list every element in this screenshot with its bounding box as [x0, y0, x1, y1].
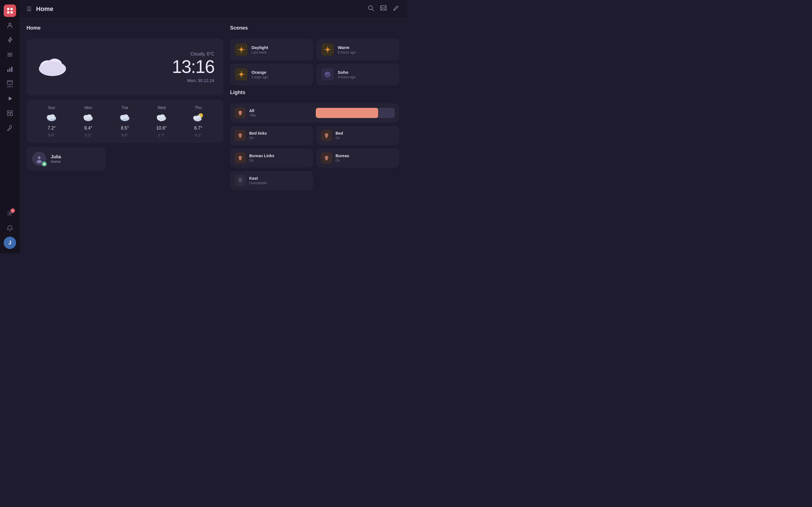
scene-warm-name: Warm	[338, 45, 356, 50]
sidebar-item-dashboard2[interactable]	[4, 107, 16, 119]
scene-card-daylight[interactable]: Daylight Last week	[230, 39, 313, 60]
light-bureau-name: Bureau	[336, 154, 395, 158]
person-info: Julia Home	[51, 154, 61, 164]
scene-soho-info: Soho 9 hours ago	[338, 70, 356, 79]
scene-soho-name: Soho	[338, 70, 356, 75]
sidebar-item-settings[interactable]: 1	[4, 207, 16, 220]
svg-point-40	[123, 114, 128, 119]
scenes-section-title: Scenes	[230, 25, 399, 31]
sidebar-item-todo[interactable]	[4, 48, 16, 61]
svg-line-19	[372, 9, 374, 11]
forecast-card: Sun 7.2° 5.6° Mon 9.4° 5.2° Tue	[27, 100, 223, 143]
sidebar-item-hacs[interactable]: HACS	[4, 78, 16, 90]
svg-rect-16	[10, 113, 12, 116]
light-bed-icon	[321, 130, 332, 141]
light-bureau-links-icon	[235, 152, 246, 164]
svg-point-29	[50, 114, 55, 119]
svg-point-50	[162, 119, 163, 120]
light-bureau-info: Bureau On	[336, 154, 395, 163]
person-name: Julia	[51, 154, 61, 159]
sidebar-item-home-dashboard[interactable]	[4, 4, 16, 17]
light-card-kast[interactable]: ? Kast Unavailable	[230, 171, 313, 190]
light-card-all[interactable]: All 79%	[230, 103, 399, 122]
light-bureau-links-status: On	[249, 159, 308, 163]
scene-card-soho[interactable]: Soho 9 hours ago	[316, 64, 399, 85]
svg-rect-14	[7, 111, 12, 112]
light-card-bed-links[interactable]: Bed links On	[230, 126, 313, 145]
forecast-day-thu: Thu 6.7° 0.1°	[192, 105, 204, 137]
day-name-mon: Mon	[84, 105, 92, 110]
scene-card-warm[interactable]: Warm 9 hours ago	[316, 39, 399, 60]
person-card[interactable]: Julia Home	[27, 147, 105, 170]
svg-marker-13	[9, 97, 12, 101]
light-kast-icon: ?	[235, 175, 246, 186]
sidebar-item-persons[interactable]	[4, 19, 16, 32]
svg-point-56	[38, 156, 41, 159]
forecast-icon-mon	[82, 112, 94, 123]
page-title: Home	[36, 5, 368, 13]
user-avatar[interactable]: J	[4, 237, 16, 249]
day-name-sun: Sun	[48, 105, 55, 110]
forecast-high-thu: 6.7°	[194, 126, 202, 131]
sidebar-item-notifications[interactable]	[4, 222, 16, 234]
svg-point-33	[53, 120, 54, 121]
svg-point-78	[326, 73, 327, 74]
svg-line-21	[380, 6, 384, 8]
weather-time: 13:16	[76, 58, 214, 76]
forecast-day-sun: Sun 7.2° 5.6°	[46, 105, 57, 137]
person-avatar	[32, 152, 46, 166]
light-card-bureau[interactable]: Bureau On	[316, 149, 399, 168]
right-column: Scenes Daylight	[230, 25, 399, 247]
light-bureau-links-name: Bureau Links	[249, 154, 308, 158]
light-bed-links-name: Bed links	[249, 131, 308, 135]
svg-point-4	[9, 23, 11, 25]
brightness-bar[interactable]	[316, 108, 395, 118]
svg-rect-0	[7, 8, 9, 10]
forecast-low-mon: 5.2°	[85, 133, 91, 137]
forecast-low-wed: 2.7°	[158, 133, 165, 137]
sidebar-item-statistics[interactable]	[4, 63, 16, 75]
light-bed-name: Bed	[336, 131, 395, 135]
hamburger-icon[interactable]: ☰	[27, 6, 32, 12]
scene-card-orange[interactable]: Orange 2 days ago	[230, 64, 313, 85]
search-icon[interactable]	[368, 5, 374, 13]
brightness-bar-fill	[316, 108, 378, 118]
svg-text:?: ?	[239, 179, 241, 181]
forecast-high-sun: 7.2°	[48, 126, 56, 131]
light-all-icon	[235, 107, 246, 119]
lights-section-title: Lights	[230, 90, 399, 96]
scene-orange-time: 2 days ago	[252, 75, 268, 79]
svg-point-57	[37, 160, 42, 163]
svg-point-42	[123, 120, 123, 121]
sidebar: HACS 1 J	[0, 0, 20, 253]
light-bed-info: Bed On	[336, 131, 395, 140]
light-card-bed[interactable]: Bed On	[316, 126, 399, 145]
svg-point-48	[158, 119, 159, 120]
svg-point-65	[326, 48, 329, 51]
scene-orange-name: Orange	[252, 70, 268, 75]
svg-point-41	[121, 119, 122, 120]
sidebar-item-automations[interactable]	[4, 34, 16, 46]
weather-date: Mon, 30.12.24	[76, 78, 214, 83]
weather-cloud-icon	[36, 52, 69, 82]
light-kast-name: Kast	[249, 176, 308, 180]
weather-info: Cloudy, 6°C 13:16 Mon, 30.12.24	[76, 52, 214, 83]
edit-icon[interactable]	[393, 5, 399, 13]
light-card-bureau-links[interactable]: Bureau Links On	[230, 149, 313, 168]
svg-point-34	[54, 119, 55, 120]
forecast-low-thu: 0.1°	[195, 133, 201, 137]
svg-rect-15	[7, 113, 9, 116]
sidebar-item-tools[interactable]	[4, 122, 16, 134]
svg-rect-11	[7, 80, 12, 84]
svg-rect-9	[9, 68, 10, 72]
forecast-low-sun: 5.6°	[48, 133, 55, 137]
forecast-high-wed: 10.6°	[156, 126, 167, 131]
svg-rect-2	[7, 11, 9, 13]
sidebar-item-media[interactable]	[4, 93, 16, 105]
message-icon[interactable]	[380, 5, 387, 13]
day-name-tue: Tue	[121, 105, 128, 110]
scenes-grid: Daylight Last week	[230, 39, 399, 85]
scene-soho-icon-wrap	[321, 68, 334, 80]
svg-point-44	[126, 120, 127, 121]
svg-point-26	[40, 62, 65, 74]
